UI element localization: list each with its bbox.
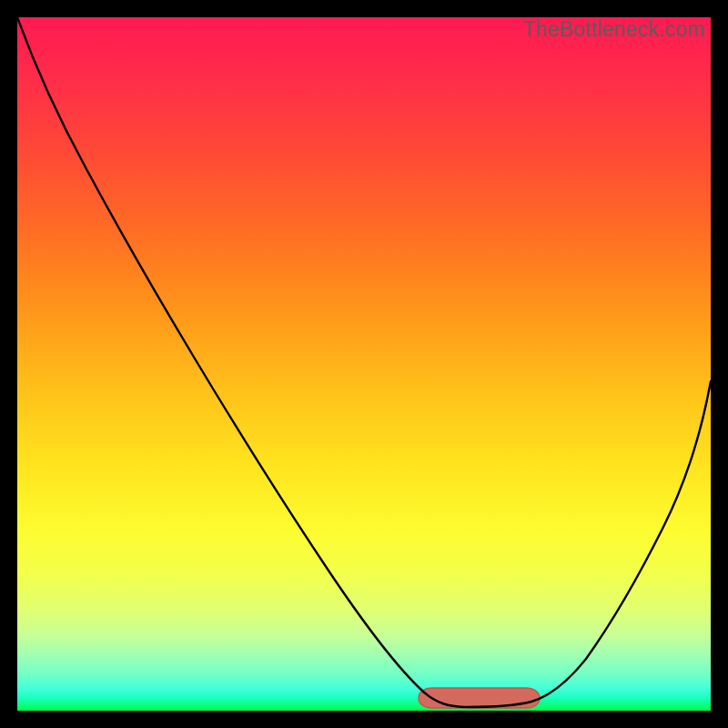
plot-area: TheBottleneck.com bbox=[17, 17, 711, 711]
chart-frame: TheBottleneck.com bbox=[0, 0, 728, 728]
watermark-text: TheBottleneck.com bbox=[523, 17, 705, 42]
curve-path bbox=[17, 17, 711, 707]
bottleneck-curve bbox=[17, 17, 711, 711]
